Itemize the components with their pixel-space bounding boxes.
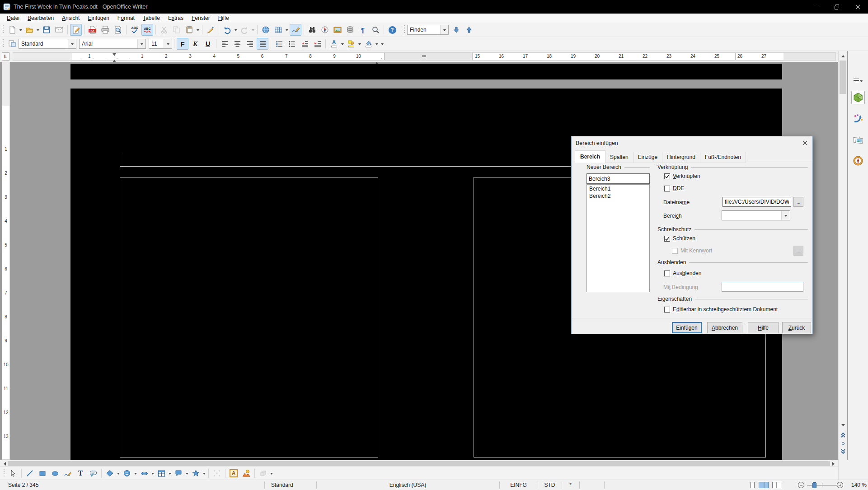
- email-button[interactable]: [53, 24, 65, 36]
- font-name-combobox[interactable]: [79, 39, 146, 49]
- decrease-indent-button[interactable]: [299, 38, 310, 50]
- previous-page-button[interactable]: [839, 431, 847, 439]
- block-arrows-dropdown[interactable]: [150, 467, 155, 479]
- language-indicator[interactable]: Englisch (USA): [316, 480, 499, 490]
- undo-button[interactable]: [221, 24, 233, 36]
- block-arrows-button[interactable]: [138, 467, 150, 479]
- select-tool-button[interactable]: [7, 467, 19, 479]
- auto-spellcheck-button[interactable]: ABC: [141, 24, 153, 36]
- align-center-button[interactable]: [231, 38, 243, 50]
- ellipse-tool-button[interactable]: [49, 467, 61, 479]
- section-name-input[interactable]: [586, 173, 650, 184]
- new-document-dropdown[interactable]: [19, 24, 23, 36]
- print-preview-button[interactable]: [112, 24, 124, 36]
- page-indicator[interactable]: Seite 2 / 345: [8, 480, 38, 490]
- toolbar-overflow[interactable]: [380, 38, 385, 50]
- menu-ansicht[interactable]: Ansicht: [58, 14, 84, 22]
- drawbar-overflow[interactable]: [269, 467, 274, 479]
- tab-stop-selector[interactable]: L: [2, 52, 9, 61]
- find-combo-dropdown[interactable]: [440, 25, 448, 34]
- print-button[interactable]: [99, 24, 111, 36]
- menu-extras[interactable]: Extras: [164, 14, 188, 22]
- freeform-tool-button[interactable]: [62, 467, 74, 479]
- toolbar-grip[interactable]: [2, 39, 5, 48]
- checkbox-checked[interactable]: [664, 236, 670, 242]
- gallery-button[interactable]: [332, 24, 343, 36]
- font-name-input[interactable]: [80, 41, 137, 47]
- checkbox-unchecked[interactable]: [664, 307, 670, 313]
- menu-fenster[interactable]: Fenster: [188, 14, 214, 22]
- checkbox-checked[interactable]: [664, 173, 670, 179]
- background-color-button[interactable]: [362, 38, 374, 50]
- column-marker[interactable]: [422, 55, 426, 58]
- list-item[interactable]: Bereich1: [587, 185, 649, 192]
- find-toolbar-grip[interactable]: [403, 25, 406, 34]
- vertical-scrollbar[interactable]: [838, 51, 847, 460]
- restore-button[interactable]: [826, 0, 847, 14]
- dropdown-chevron[interactable]: [781, 211, 790, 220]
- help-button[interactable]: ?: [386, 24, 398, 36]
- numbered-list-button[interactable]: [273, 38, 285, 50]
- hyperlink-button[interactable]: [260, 24, 272, 36]
- selection-mode-indicator[interactable]: STD: [538, 480, 562, 490]
- zoom-slider-thumb[interactable]: [812, 482, 816, 488]
- find-input[interactable]: [408, 27, 440, 33]
- close-button[interactable]: [847, 0, 868, 14]
- spellcheck-button[interactable]: ABC: [129, 24, 141, 36]
- undo-dropdown[interactable]: [234, 24, 238, 36]
- fontwork-button[interactable]: A: [228, 467, 239, 479]
- scroll-left-button[interactable]: [0, 460, 8, 467]
- checkbox-unchecked[interactable]: [664, 186, 670, 191]
- format-paintbrush-button[interactable]: [205, 24, 216, 36]
- size-combo-dropdown[interactable]: [164, 39, 172, 48]
- menu-tabelle[interactable]: Tabelle: [139, 14, 164, 22]
- zoom-level-indicator[interactable]: 140 %: [848, 480, 867, 490]
- back-button[interactable]: Zurück: [782, 322, 811, 333]
- text-tool-button[interactable]: T: [75, 467, 86, 479]
- tab-fussendnoten[interactable]: Fuß-/Endnoten: [700, 152, 746, 163]
- stars-button[interactable]: [190, 467, 202, 479]
- formatting-marks-button[interactable]: ¶: [357, 24, 369, 36]
- paste-button[interactable]: [183, 24, 195, 36]
- scroll-down-button[interactable]: [839, 422, 847, 430]
- sidebar-navigator-button[interactable]: [851, 154, 865, 168]
- protect-checkbox-row[interactable]: Schützen: [664, 235, 695, 242]
- scroll-up-button[interactable]: [839, 51, 847, 59]
- multi-page-view-button[interactable]: [758, 481, 769, 489]
- callouts-dropdown[interactable]: [185, 467, 189, 479]
- hide-checkbox-row[interactable]: Ausblenden: [664, 270, 701, 276]
- callouts-button[interactable]: [173, 467, 184, 479]
- highlight-color-dropdown[interactable]: [357, 38, 362, 50]
- data-sources-button[interactable]: [344, 24, 356, 36]
- zoom-in-button[interactable]: [837, 482, 843, 488]
- filename-browse-button[interactable]: ...: [793, 197, 803, 207]
- navigator-button[interactable]: [319, 24, 331, 36]
- navigation-dot-button[interactable]: [839, 439, 847, 447]
- book-view-button[interactable]: [772, 481, 782, 489]
- zoom-out-button[interactable]: [798, 482, 804, 488]
- align-left-button[interactable]: [219, 38, 230, 50]
- insert-button[interactable]: Einfügen: [672, 322, 702, 333]
- italic-button[interactable]: K: [189, 38, 201, 50]
- insert-mode-indicator[interactable]: EINFG: [499, 480, 538, 490]
- tab-bereich[interactable]: Bereich: [575, 150, 605, 163]
- checkbox-unchecked[interactable]: [664, 271, 670, 276]
- paragraph-style-input[interactable]: [19, 41, 68, 47]
- font-combo-dropdown[interactable]: [137, 39, 145, 48]
- cancel-button[interactable]: Abbrechen: [707, 322, 742, 333]
- background-color-dropdown[interactable]: [375, 38, 379, 50]
- style-combo-dropdown[interactable]: [68, 39, 76, 48]
- symbol-shapes-dropdown[interactable]: [133, 467, 138, 479]
- flowchart-dropdown[interactable]: [168, 467, 172, 479]
- basic-shapes-dropdown[interactable]: [116, 467, 121, 479]
- help-button[interactable]: Hilfe: [748, 322, 779, 333]
- tab-spalten[interactable]: Spalten: [605, 152, 633, 163]
- tab-einzuege[interactable]: Einzüge: [633, 152, 662, 163]
- open-dropdown[interactable]: [36, 24, 40, 36]
- text-callout-button[interactable]: [87, 467, 99, 479]
- find-replace-button[interactable]: [306, 24, 318, 36]
- bullet-list-button[interactable]: [286, 38, 298, 50]
- link-checkbox-row[interactable]: Verknüpfen: [664, 173, 700, 179]
- font-color-button[interactable]: A: [328, 38, 340, 50]
- sidebar-settings-button[interactable]: [851, 74, 865, 87]
